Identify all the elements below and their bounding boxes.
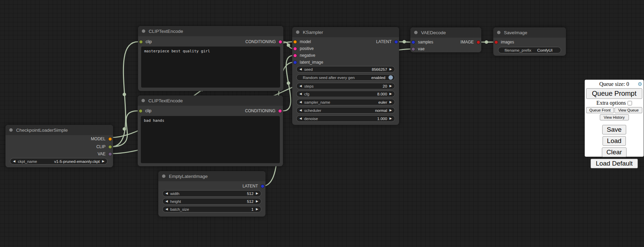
widget-denoise[interactable]: ◀ denoise 1.000 ▶ <box>296 115 395 122</box>
slot-dot-image-icon[interactable] <box>494 40 498 44</box>
node-header[interactable]: VAEDecode <box>410 27 481 38</box>
link-clip-negative[interactable] <box>111 111 138 147</box>
widget-batch-size[interactable]: ◀ batch_size 1 ▶ <box>162 206 261 212</box>
arrow-right-icon[interactable]: ▶ <box>389 117 392 120</box>
node-header[interactable]: CLIPTextEncode <box>138 95 283 106</box>
slot-dot-latent-icon[interactable] <box>261 184 264 188</box>
slot-label: MODEL <box>91 136 106 141</box>
node-clip-text-encode-positive[interactable]: CLIPTextEncode clip CONDITIONING masterp… <box>138 26 283 91</box>
slot-label: CLIP <box>96 144 106 149</box>
widget-steps[interactable]: ◀ steps 20 ▶ <box>296 83 395 89</box>
clear-button[interactable]: Clear <box>602 147 626 157</box>
widget-random-seed-toggle[interactable]: Random seed after every gen enabled <box>296 74 395 81</box>
slot-dot-vae-icon[interactable] <box>108 152 112 156</box>
view-history-button[interactable]: View History <box>600 114 629 120</box>
arrow-left-icon[interactable]: ◀ <box>165 192 168 195</box>
arrow-left-icon[interactable]: ◀ <box>165 208 168 211</box>
node-clip-text-encode-negative[interactable]: CLIPTextEncode clip CONDITIONING bad han… <box>138 95 283 166</box>
prompt-textarea[interactable]: masterpiece best quality girl <box>141 47 280 88</box>
arrow-right-icon[interactable]: ▶ <box>256 200 258 203</box>
arrow-right-icon[interactable]: ▶ <box>389 101 392 104</box>
widget-cfg[interactable]: ◀ cfg 8.000 ▶ <box>296 91 395 97</box>
collapse-dot-icon[interactable] <box>162 174 165 178</box>
load-button[interactable]: Load <box>603 136 626 146</box>
slot-dot-model-icon[interactable] <box>293 40 297 44</box>
link-clip-positive[interactable] <box>111 42 138 147</box>
node-header[interactable]: KSampler <box>292 27 399 37</box>
load-default-button[interactable]: Load Default <box>591 159 638 168</box>
widget-value: 512 <box>247 199 253 204</box>
widget-scheduler[interactable]: ◀ scheduler normal ▶ <box>296 107 395 114</box>
link-midpoint-dot <box>123 93 126 96</box>
widget-seed[interactable]: ◀ seed 8566257 ▶ <box>296 66 395 73</box>
node-header[interactable]: SaveImage <box>493 27 566 38</box>
arrow-left-icon[interactable]: ◀ <box>299 68 302 71</box>
collapse-dot-icon[interactable] <box>9 128 13 132</box>
widget-sampler-name[interactable]: ◀ sampler_name euler ▶ <box>296 99 395 105</box>
slot-label: samples <box>418 40 433 44</box>
widget-label: Random seed after every gen <box>303 76 355 80</box>
arrow-right-icon[interactable]: ▶ <box>389 109 392 112</box>
collapse-dot-icon[interactable] <box>296 30 299 34</box>
node-vae-decode[interactable]: VAEDecode samples vae IMAGE <box>410 27 481 52</box>
save-button[interactable]: Save <box>602 125 626 134</box>
arrow-right-icon[interactable]: ▶ <box>389 92 392 95</box>
slot-dot-conditioning-icon[interactable] <box>293 47 297 51</box>
widget-height[interactable]: ◀ height 512 ▶ <box>162 198 261 205</box>
widget-width[interactable]: ◀ width 512 ▶ <box>162 190 261 197</box>
slot-dot-conditioning-icon[interactable] <box>278 109 282 113</box>
arrow-left-icon[interactable]: ◀ <box>299 109 302 112</box>
slot-dot-latent-icon[interactable] <box>394 40 398 44</box>
widget-ckpt-name[interactable]: ◀ ckpt_name v1-5-pruned-emaonly.ckpt ▶ <box>10 158 108 165</box>
arrow-right-icon[interactable]: ▶ <box>389 84 392 88</box>
node-graph-canvas[interactable]: CheckpointLoaderSimple MODEL CLIP VAE ◀ … <box>0 0 644 247</box>
arrow-right-icon[interactable]: ▶ <box>102 160 104 163</box>
slot-label: IMAGE <box>460 40 474 44</box>
arrow-left-icon[interactable]: ◀ <box>299 92 302 95</box>
node-ksampler[interactable]: KSampler model positive negative latent_… <box>292 27 399 125</box>
collapse-dot-icon[interactable] <box>497 31 500 34</box>
node-header[interactable]: CLIPTextEncode <box>138 26 283 36</box>
arrow-left-icon[interactable]: ◀ <box>165 200 168 203</box>
slot-dot-clip-icon[interactable] <box>108 145 112 149</box>
prompt-textarea[interactable]: bad hands <box>141 116 280 163</box>
node-header[interactable]: EmptyLatentImage <box>158 171 265 181</box>
queue-prompt-button[interactable]: Queue Prompt <box>586 88 642 99</box>
widget-label: denoise <box>304 117 318 121</box>
slot-dot-vae-icon[interactable] <box>411 47 415 51</box>
slot-dot-model-icon[interactable] <box>108 137 112 141</box>
view-queue-button[interactable]: View Queue <box>615 107 642 113</box>
node-header[interactable]: CheckpointLoaderSimple <box>5 125 113 135</box>
collapse-dot-icon[interactable] <box>141 99 145 102</box>
slot-dot-latent-icon[interactable] <box>293 61 297 64</box>
arrow-right-icon[interactable]: ▶ <box>256 192 258 195</box>
slot-dot-clip-icon[interactable] <box>139 109 143 113</box>
arrow-left-icon[interactable]: ◀ <box>299 117 302 120</box>
arrow-left-icon[interactable]: ◀ <box>299 101 302 104</box>
slot-dot-conditioning-icon[interactable] <box>293 54 297 57</box>
arrow-left-icon[interactable]: ◀ <box>299 84 302 88</box>
toggle-dot-icon[interactable] <box>388 75 393 80</box>
collapse-dot-icon[interactable] <box>414 31 418 34</box>
queue-menu-panel: Queue size: 0 ⚙ Queue Prompt Extra optio… <box>585 80 644 157</box>
node-title: VAEDecode <box>421 30 446 35</box>
node-save-image[interactable]: SaveImage images filename_prefix ComfyUI <box>493 27 566 56</box>
widget-label: cfg <box>304 92 309 96</box>
slot-dot-clip-icon[interactable] <box>139 40 143 44</box>
arrow-right-icon[interactable]: ▶ <box>256 208 258 211</box>
arrow-right-icon[interactable]: ▶ <box>389 68 392 71</box>
slot-dot-conditioning-icon[interactable] <box>278 40 282 44</box>
slot-dot-latent-icon[interactable] <box>411 40 415 44</box>
collapse-dot-icon[interactable] <box>142 29 145 33</box>
extra-options-row: Extra options <box>586 99 642 107</box>
arrow-left-icon[interactable]: ◀ <box>13 160 15 163</box>
widget-value: 8566257 <box>372 67 387 72</box>
extra-options-checkbox[interactable] <box>628 101 632 105</box>
settings-gear-icon[interactable]: ⚙ <box>638 81 642 87</box>
node-empty-latent-image[interactable]: EmptyLatentImage LATENT ◀ width 512 ▶ ◀ … <box>158 171 265 217</box>
output-slot-latent: LATENT <box>376 39 398 45</box>
slot-dot-image-icon[interactable] <box>476 40 480 44</box>
queue-front-button[interactable]: Queue Front <box>586 107 614 113</box>
node-checkpoint-loader-simple[interactable]: CheckpointLoaderSimple MODEL CLIP VAE ◀ … <box>5 125 113 167</box>
widget-filename-prefix[interactable]: filename_prefix ComfyUI <box>498 47 561 53</box>
